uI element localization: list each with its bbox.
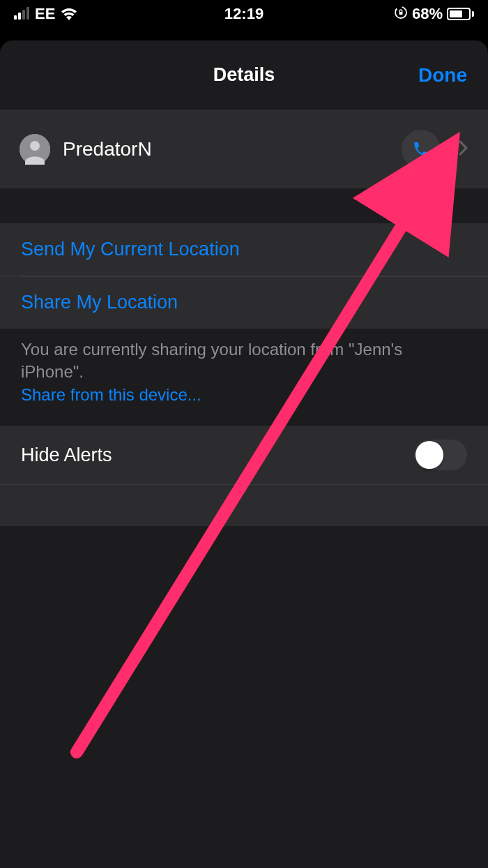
- share-my-location-button[interactable]: Share My Location: [0, 276, 488, 329]
- battery-percent: 68%: [412, 5, 443, 23]
- share-from-device-link[interactable]: Share from this device...: [21, 385, 201, 404]
- rotation-lock-icon: [394, 6, 408, 23]
- phone-icon: [412, 140, 430, 158]
- contact-name: PredatorN: [63, 138, 389, 160]
- contact-row[interactable]: PredatorN: [0, 110, 488, 188]
- sheet-title: Details: [213, 64, 275, 86]
- toggle-knob: [415, 441, 443, 469]
- footer-text: You are currently sharing your location …: [21, 340, 402, 381]
- status-time: 12:19: [224, 5, 264, 23]
- status-right: 68%: [394, 5, 474, 23]
- section-bottom: [0, 484, 488, 526]
- send-current-location-button[interactable]: Send My Current Location: [0, 223, 488, 276]
- location-sharing-footer: You are currently sharing your location …: [0, 329, 488, 426]
- section-gap: [0, 188, 488, 223]
- svg-point-3: [30, 141, 40, 151]
- chevron-right-icon: [459, 140, 468, 158]
- wifi-icon: [61, 8, 77, 20]
- cellular-signal-icon: [14, 8, 29, 20]
- done-button[interactable]: Done: [418, 64, 467, 87]
- status-left: EE: [14, 5, 77, 23]
- contact-avatar-icon: [20, 134, 50, 165]
- call-button[interactable]: [402, 130, 441, 169]
- hide-alerts-toggle[interactable]: [414, 440, 467, 470]
- carrier-label: EE: [35, 5, 55, 23]
- hide-alerts-row: Hide Alerts: [0, 426, 488, 484]
- sheet-header: Details Done: [0, 40, 488, 110]
- details-sheet: Details Done PredatorN Send My Current L…: [0, 40, 488, 868]
- battery-icon: [447, 8, 474, 20]
- svg-rect-1: [399, 12, 402, 15]
- hide-alerts-label: Hide Alerts: [21, 444, 112, 466]
- status-bar: EE 12:19 68%: [0, 0, 488, 28]
